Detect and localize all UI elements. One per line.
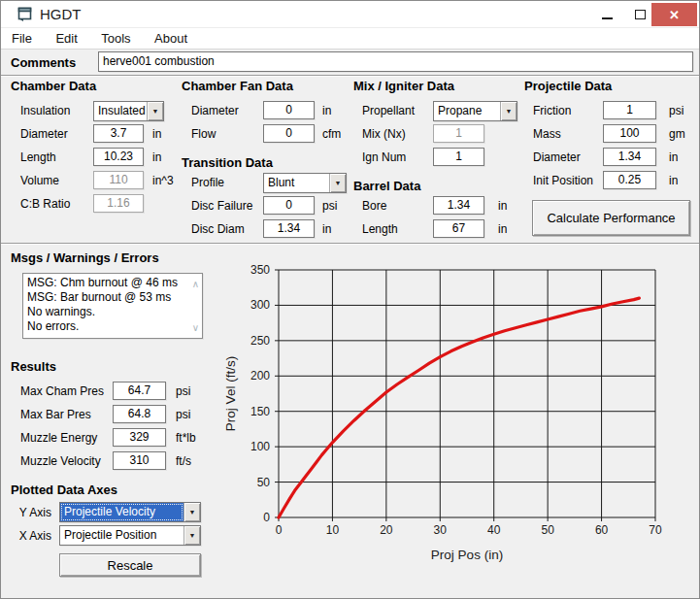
- comments-input[interactable]: herve001 combustion: [98, 51, 693, 72]
- chart-y-tick-label: 50: [257, 476, 271, 489]
- y-axis-label: Y Axis: [15, 506, 51, 519]
- chevron-down-icon[interactable]: ▼: [183, 526, 200, 545]
- unit-label: cfm: [322, 127, 341, 141]
- chevron-down-icon[interactable]: ▼: [183, 503, 200, 521]
- message-line: MSG: Chm burnout @ 46 ms: [27, 276, 186, 290]
- chamber-data-fields: InsulationInsulated▼Diameter3.7inLength1…: [11, 101, 181, 217]
- mix-nx-input[interactable]: 1: [433, 124, 484, 143]
- profile-combo-value: Blunt: [264, 174, 329, 192]
- chart-x-tick-label: 20: [380, 523, 393, 537]
- propellant-combo[interactable]: Propane▼: [433, 101, 517, 121]
- x-axis-combo[interactable]: Projectile Position ▼: [59, 525, 201, 546]
- field-row: Ign Num1: [353, 148, 517, 171]
- chart-y-tick-label: 100: [250, 440, 270, 453]
- propellant-label: Propellant: [362, 104, 415, 117]
- muzzle-energy-input[interactable]: 329: [113, 428, 166, 447]
- mix-nx-label: Mix (Nx): [362, 127, 406, 141]
- chevron-down-icon[interactable]: ▼: [329, 174, 346, 192]
- c-b-ratio-label: C:B Ratio: [20, 197, 70, 211]
- calculate-performance-button[interactable]: Calculate Performance: [532, 200, 690, 236]
- c-b-ratio-input[interactable]: 1.16: [93, 194, 144, 213]
- ign-num-input[interactable]: 1: [433, 148, 484, 166]
- scroll-up-icon[interactable]: ∧: [192, 277, 199, 291]
- diameter-label: Diameter: [20, 127, 68, 141]
- profile-combo[interactable]: Blunt▼: [263, 173, 347, 193]
- mix-igniter-section: Mix / Igniter Data PropellantPropane▼Mix…: [353, 79, 517, 243]
- chart-x-tick-label: 50: [541, 523, 554, 537]
- insulation-combo-value: Insulated: [94, 102, 147, 120]
- mass-input[interactable]: 100: [603, 124, 656, 143]
- menu-about[interactable]: About: [145, 28, 197, 49]
- friction-input[interactable]: 1: [603, 101, 656, 119]
- performance-chart: 010203040506070050100150200250300350Proj…: [222, 253, 698, 574]
- messages-listbox[interactable]: ∧ ∨ MSG: Chm burnout @ 46 msMSG: Bar bur…: [22, 273, 203, 339]
- field-row: Max Bar Pres64.8psi: [11, 405, 205, 428]
- menu-tools[interactable]: Tools: [91, 28, 140, 49]
- field-row: ProfileBlunt▼: [182, 173, 349, 196]
- mix-igniter-fields: PropellantPropane▼Mix (Nx)1Ign Num1: [353, 101, 517, 171]
- separator: [1, 243, 699, 245]
- chart-x-tick-label: 60: [595, 523, 609, 537]
- maximize-button[interactable]: [625, 3, 654, 26]
- muzzle-velocity-input[interactable]: 310: [113, 451, 166, 470]
- ign-num-label: Ign Num: [362, 150, 406, 164]
- max-cham-pres-input[interactable]: 64.7: [113, 382, 166, 400]
- chart-y-tick-label: 150: [250, 405, 270, 418]
- field-row: Max Cham Pres64.7psi: [11, 382, 205, 405]
- diameter-input[interactable]: 3.7: [93, 124, 144, 143]
- transition-data-title: Transition Data: [182, 148, 349, 173]
- field-row: InsulationInsulated▼: [11, 101, 181, 124]
- chevron-down-icon[interactable]: ▼: [147, 102, 163, 120]
- unit-label: in: [498, 199, 507, 213]
- diameter-label: Diameter: [191, 104, 239, 117]
- close-button[interactable]: ✕: [651, 3, 697, 26]
- length-input[interactable]: 10.23: [93, 148, 144, 166]
- flow-label: Flow: [191, 127, 216, 141]
- field-row: Diameter1.34in: [524, 148, 695, 171]
- volume-input[interactable]: 110: [93, 171, 144, 189]
- disc-failure-input[interactable]: 0: [263, 196, 315, 215]
- app-window: HGDT ✕ File Edit Tools About Comments he…: [0, 0, 700, 599]
- disc-diam-input[interactable]: 1.34: [263, 219, 315, 238]
- chevron-down-icon[interactable]: ▼: [500, 102, 517, 120]
- chamber-fan-title: Chamber Fan Data: [182, 79, 349, 101]
- muzzle-velocity-label: Muzzle Velocity: [20, 454, 101, 468]
- menu-file[interactable]: File: [2, 28, 42, 49]
- max-bar-pres-input[interactable]: 64.8: [113, 405, 166, 423]
- maximize-icon: [635, 10, 646, 19]
- propellant-combo-value: Propane: [434, 102, 500, 120]
- diameter-input[interactable]: 1.34: [603, 148, 656, 166]
- unit-label: in: [669, 174, 678, 187]
- chart-x-tick-label: 0: [276, 523, 283, 537]
- x-axis-combo-value: Projectile Position: [60, 526, 183, 545]
- field-row: Flow0cfm: [182, 124, 349, 148]
- init-position-input[interactable]: 0.25: [603, 171, 656, 189]
- minimize-button[interactable]: [592, 3, 621, 26]
- length-input[interactable]: 67: [433, 219, 484, 238]
- chart-x-axis-title: Proj Pos (in): [431, 548, 503, 562]
- plotted-axes-title: Plotted Data Axes: [11, 483, 117, 497]
- unit-label: in: [669, 150, 678, 164]
- bore-label: Bore: [362, 199, 386, 213]
- rescale-button[interactable]: Rescale: [59, 553, 201, 577]
- y-axis-combo[interactable]: Projectile Velocity ▼: [59, 502, 201, 522]
- projectile-data-fields: Friction1psiMass100gmDiameter1.34inInit …: [524, 101, 695, 194]
- diameter-input[interactable]: 0: [263, 101, 315, 119]
- bore-input[interactable]: 1.34: [433, 196, 484, 215]
- unit-label: ft*lb: [176, 431, 196, 445]
- mix-igniter-title: Mix / Igniter Data: [353, 79, 517, 101]
- title-bar: HGDT ✕: [1, 1, 699, 28]
- friction-label: Friction: [533, 104, 571, 117]
- app-form-icon: [17, 7, 33, 21]
- field-row: PropellantPropane▼: [353, 101, 517, 124]
- unit-label: psi: [669, 104, 683, 117]
- mass-label: Mass: [533, 127, 561, 141]
- flow-input[interactable]: 0: [263, 124, 315, 143]
- chamber-fan-section: Chamber Fan Data Diameter0inFlow0cfm Tra…: [182, 79, 349, 243]
- field-row: Disc Failure0psi: [182, 196, 349, 219]
- menu-edit[interactable]: Edit: [46, 28, 86, 49]
- message-line: MSG: Bar burnout @ 53 ms: [27, 290, 186, 305]
- minimize-icon: [602, 17, 613, 19]
- scroll-down-icon[interactable]: ∨: [192, 320, 199, 335]
- insulation-combo[interactable]: Insulated▼: [93, 101, 164, 121]
